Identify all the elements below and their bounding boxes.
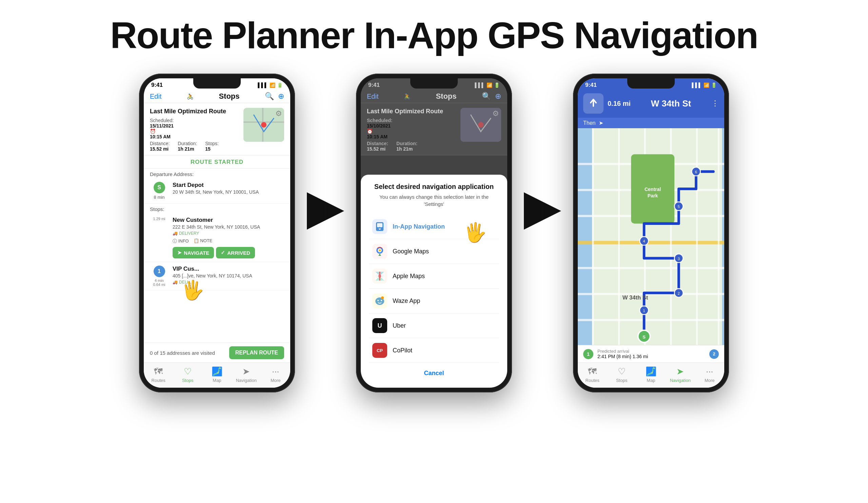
cancel-button-modal[interactable]: Cancel [369,364,499,382]
svg-rect-21 [722,128,724,345]
inapp-icon [372,219,387,234]
replan-route-button[interactable]: REPLAN ROUTE [229,346,284,359]
option-apple[interactable]: Apple Maps [369,264,499,289]
search-icon-1[interactable]: 🔍 [265,92,274,101]
option-waze[interactable]: Waze App [369,289,499,314]
notch-1 [193,78,241,89]
google-label: Google Maps [393,248,429,255]
signal-icon: ▌▌▌ [258,82,268,88]
phones-container: 9:41 ▌▌▌ 📶 🔋 Edit 🚴 Stops 🔍 [0,74,868,392]
tab-navigation-1[interactable]: ➤ Navigation [234,366,258,383]
tab-stops-1[interactable]: ♡ Stops [176,366,200,383]
svg-point-3 [261,122,267,127]
stops-label-1: Stops: [205,141,219,146]
phone-2-shell: 9:41 ▌▌▌ 📶 🔋 Edit 🚴 Stops 🔍 [356,74,512,392]
arrived-button-1[interactable]: ✓ ARRIVED [216,247,255,258]
bottom-visited-bar: 0 of 15 addresses are visited REPLAN ROU… [144,342,290,362]
more-icon-3: ··· [706,366,713,377]
tab-more-label-3: More [705,378,715,383]
nav-street: W 34th St [635,99,707,109]
tab-routes-3[interactable]: 🗺 Routes [580,366,604,383]
nav-icon-3: ➤ [676,366,684,377]
info-btn-1[interactable]: ⓘ INFO [173,238,189,244]
map-area-3: Central Park S 1 2 [578,128,724,345]
tab-more-1[interactable]: ··· More [264,366,288,383]
option-copilot[interactable]: CP CoPilot [369,338,499,363]
add-icon-2[interactable]: ⊕ [495,92,501,101]
stop2-dist: 4 min [155,278,164,283]
option-inapp[interactable]: In-App Navigation [369,214,499,239]
signal-icon-2: ▌▌▌ [475,82,485,88]
search-icon-2[interactable]: 🔍 [482,92,491,101]
route-card-1: Last Mile Optimized Route Scheduled: 15/… [144,103,290,155]
svg-text:Central: Central [644,186,661,192]
inapp-label: In-App Navigation [393,223,445,230]
dist-label-1: Distance: [150,141,169,146]
stops-icon-3: ♡ [618,366,626,377]
tab-bar-1: 🗺 Routes ♡ Stops 🗾 Map ➤ [144,362,290,388]
svg-text:6: 6 [695,170,697,174]
svg-marker-11 [379,254,381,256]
tab-routes-1[interactable]: 🗺 Routes [146,366,170,383]
copilot-icon: CP [372,343,387,358]
gear-icon-1[interactable]: ⚙ [275,109,282,118]
tab-stops-label-3: Stops [616,378,627,383]
uber-icon: U [372,318,387,333]
arrow-2 [512,192,573,230]
svg-text:W 34th St: W 34th St [622,295,648,301]
tab-navigation-3[interactable]: ➤ Navigation [668,366,692,383]
svg-point-5 [478,122,484,127]
edit-button-1[interactable]: Edit [150,93,162,100]
svg-rect-28 [578,319,724,321]
svg-rect-34 [718,128,720,345]
option-google[interactable]: Google Maps [369,239,499,264]
navigate-button-1[interactable]: ➤ NAVIGATE [173,247,214,258]
stop1-dist: 1.29 mi [153,217,165,221]
scheduled-label-1: Scheduled: [150,118,174,123]
svg-rect-30 [618,128,620,345]
route-map-thumb-1: ⚙ [244,108,284,142]
svg-text:5: 5 [678,205,680,208]
apple-label: Apple Maps [393,273,425,280]
dur-val-2: 1h 21m [396,146,417,152]
svg-text:2: 2 [678,291,680,295]
option-uber[interactable]: U Uber [369,314,499,338]
start-time: 8 min [154,195,165,200]
gear-icon-2: ⚙ [492,109,499,118]
battery-icon-2: 🔋 [494,82,500,88]
svg-text:Park: Park [648,193,658,198]
svg-rect-20 [578,128,592,345]
nav-bar-2: Edit 🚴 Stops 🔍 ⊕ [361,90,507,103]
tab-nav-label-3: Navigation [670,378,691,383]
status-icons-2: ▌▌▌ 📶 🔋 [475,82,500,88]
stop1-addr: 222 E 34th St, New York, NY 10016, USA [173,224,284,230]
note-btn-1[interactable]: 📋 NOTE [194,238,213,244]
svg-text:1: 1 [643,309,645,313]
phone-3: 9:41 ▌▌▌ 📶 🔋 [573,74,729,392]
route-name-2: Last Mile Optimized Route [367,108,457,115]
copilot-label: CoPilot [393,347,412,354]
tab-stops-3[interactable]: ♡ Stops [610,366,634,383]
signal-icon-3: ▌▌▌ [692,82,702,88]
phone-2-screen: 9:41 ▌▌▌ 📶 🔋 Edit 🚴 Stops 🔍 [361,78,507,388]
battery-icon: 🔋 [277,82,283,88]
tab-stops-label-1: Stops [182,378,193,383]
battery-icon-3: 🔋 [711,82,717,88]
routes-icon-1: 🗺 [154,366,163,377]
stops-title-1: Stops [219,92,239,101]
tab-map-3[interactable]: 🗾 Map [639,366,663,383]
svg-rect-29 [592,128,594,345]
phone-2: 9:41 ▌▌▌ 📶 🔋 Edit 🚴 Stops 🔍 [356,74,512,392]
stop2-badge: 1 [154,266,165,277]
notch-3 [627,78,675,89]
add-icon-1[interactable]: ⊕ [278,92,284,101]
route-map-thumb-2: ⚙ [461,108,501,142]
tab-more-3[interactable]: ··· More [698,366,722,383]
edit-button-2[interactable]: Edit [367,93,379,100]
tab-map-1[interactable]: 🗾 Map [205,366,229,383]
nav-more-dots[interactable]: ⋮ [711,99,719,108]
pred-badge-1: 1 [583,349,593,359]
wifi-icon-2: 📶 [487,82,492,88]
more-icon-1: ··· [272,366,279,377]
tab-more-label-1: More [271,378,281,383]
